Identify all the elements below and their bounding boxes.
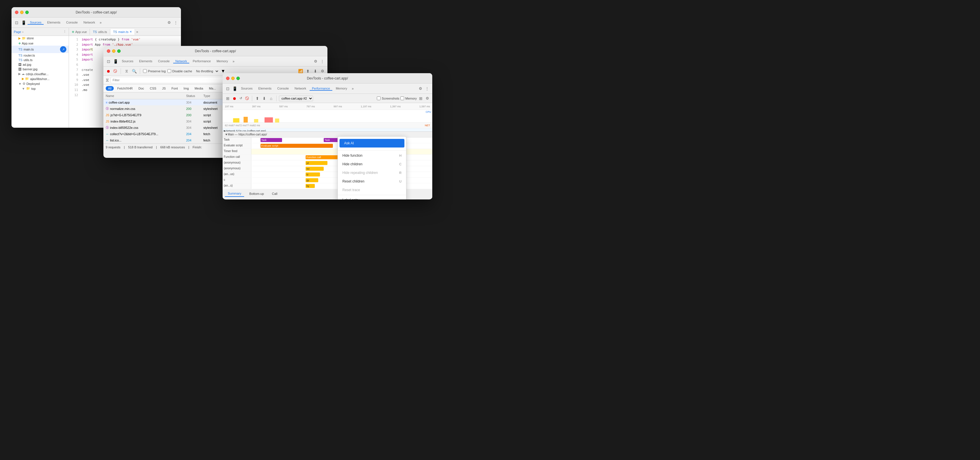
tab-console[interactable]: Console [64, 21, 80, 25]
type-media[interactable]: Media [192, 86, 205, 91]
tab-elements[interactable]: Elements [45, 21, 63, 25]
tab3-elements[interactable]: Elements [256, 87, 274, 91]
anon-block-wz[interactable]: wz [305, 167, 324, 171]
record-perf-button[interactable]: ⏺ [232, 96, 237, 101]
ctx-hide-children[interactable]: Hide children C [338, 160, 406, 168]
tab-sources[interactable]: Sources [27, 21, 44, 25]
type-doc[interactable]: Doc [136, 86, 146, 91]
type-css[interactable]: CSS [148, 86, 159, 91]
device-icon-3[interactable]: 📱 [232, 86, 237, 92]
close-button-3[interactable] [226, 77, 229, 80]
type-font[interactable]: Font [169, 86, 180, 91]
preserve-log-checkbox[interactable] [143, 69, 147, 73]
perf-settings[interactable]: ⚙ [425, 96, 430, 101]
menu-icon-3[interactable]: ⋮ [424, 86, 430, 92]
file-item-ajax[interactable]: ▶ 📁 ajax/libs/nor... [11, 76, 68, 81]
reload-record-button[interactable]: ↺ [238, 96, 243, 101]
perf-gear[interactable]: ⊞ [418, 95, 424, 101]
type-manifest[interactable]: Ma... [207, 86, 218, 91]
tab2-network[interactable]: Network [173, 59, 189, 63]
tab2-memory[interactable]: Memory [214, 59, 230, 63]
menu-icon[interactable]: ⋮ [173, 20, 179, 25]
clear-button[interactable]: 🚫 [113, 68, 118, 74]
close-button-2[interactable] [107, 49, 110, 53]
disable-cache-checkbox[interactable] [167, 69, 171, 73]
tab-summary[interactable]: Summary [225, 190, 244, 197]
file-item-maints[interactable]: TS main.ts ↗ [11, 46, 68, 53]
ctx-reset-children[interactable]: Reset children U [338, 177, 406, 186]
file-item-cdnjs[interactable]: ▶ ☁ cdnjs.cloudflar... [11, 71, 68, 76]
tab-bottomup[interactable]: Bottom-up [247, 191, 267, 197]
type-fetchxhr[interactable]: Fetch/XHR [115, 86, 135, 91]
minimize-button[interactable] [20, 11, 24, 14]
throttle-select[interactable]: No throttling [194, 68, 219, 74]
file-tree-menu[interactable]: ⋮ [63, 30, 66, 33]
task-block[interactable]: Task [261, 138, 282, 142]
open-in-new-icon[interactable]: ↗ [60, 46, 66, 52]
upload-perf-icon[interactable]: ⬆ [255, 95, 260, 101]
more-tabs-btn-2[interactable]: » [232, 59, 236, 64]
ctx-label-entry[interactable]: Label entry [338, 196, 406, 200]
maximize-button-2[interactable] [117, 49, 121, 53]
type-js[interactable]: JS [160, 86, 168, 91]
inspect-icon-3[interactable]: ⊡ [225, 86, 231, 92]
download-perf-icon[interactable]: ⬇ [261, 95, 267, 101]
tab3-sources[interactable]: Sources [239, 87, 255, 91]
preserve-log-label[interactable]: Preserve log [143, 69, 166, 73]
file-item-bannerjpg[interactable]: 🖼 banner.jpg [11, 67, 68, 71]
settings-icon[interactable]: ⚙ [167, 20, 172, 25]
tab2-performance[interactable]: Performance [191, 59, 213, 63]
home-icon[interactable]: ⌂ [268, 95, 274, 101]
tab-maints[interactable]: TSmain.ts ✕ [110, 29, 135, 35]
tab2-elements[interactable]: Elements [137, 59, 154, 63]
device-icon[interactable]: 📱 [21, 20, 26, 25]
minimize-button-3[interactable] [231, 77, 235, 80]
memory-checkbox[interactable] [400, 97, 404, 100]
tab3-performance[interactable]: Performance [310, 87, 332, 91]
file-item-appvue[interactable]: ◈ App.vue [11, 41, 68, 46]
file-item-utilsts[interactable]: TS utils.ts [11, 58, 68, 62]
inspect-icon[interactable]: ⊡ [14, 20, 19, 25]
type-img[interactable]: Img [181, 86, 191, 91]
profile-selector[interactable]: coffee-cart.app #2 [279, 95, 313, 101]
more-tabs-btn-3[interactable]: » [351, 86, 355, 91]
ctx-ask-ai[interactable]: Ask AI [339, 139, 404, 148]
search-icon[interactable]: 🔍 [131, 68, 137, 74]
screenshots-label[interactable]: Screenshots [377, 97, 399, 100]
anon-block-yz[interactable]: yz [305, 161, 328, 165]
file-item-adjpg[interactable]: 🖼 ad.jpg [11, 62, 68, 67]
record-button[interactable]: ⏺ [106, 68, 111, 74]
screenshots-checkbox[interactable] [377, 97, 380, 100]
tab2-sources[interactable]: Sources [119, 59, 135, 63]
memory-label[interactable]: Memory [400, 97, 417, 100]
maximize-button[interactable] [25, 11, 29, 14]
more-tabs-btn[interactable]: » [99, 20, 103, 25]
settings-icon-2[interactable]: ⚙ [313, 59, 318, 64]
anon-block-by[interactable]: by [305, 184, 315, 188]
tab-calltree[interactable]: Call [269, 191, 280, 197]
eval-block[interactable]: Evaluate script [261, 144, 333, 148]
tab3-network[interactable]: Network [293, 87, 309, 91]
tab3-console[interactable]: Console [275, 87, 291, 91]
clear-perf-button[interactable]: 🚫 [244, 96, 250, 101]
inspect-icon-2[interactable]: ⊡ [106, 59, 111, 64]
filter-icon[interactable]: ⧖ [124, 68, 129, 74]
file-item-routerts[interactable]: TS router.ts [11, 53, 68, 58]
tab-appvue[interactable]: ◈App.vue [69, 29, 90, 35]
type-all[interactable]: All [106, 86, 114, 91]
device-icon-2[interactable]: 📱 [113, 59, 118, 64]
ctx-hide-function[interactable]: Hide function H [338, 151, 406, 160]
minimize-button-2[interactable] [112, 49, 116, 53]
tab2-console[interactable]: Console [156, 59, 172, 63]
anon-block-gy[interactable]: gy [305, 178, 318, 182]
menu-icon-2[interactable]: ⋮ [320, 59, 325, 64]
tab-network[interactable]: Network [81, 21, 97, 25]
disable-cache-label[interactable]: Disable cache [167, 69, 192, 73]
file-item-store[interactable]: ▶ 📁 store [11, 36, 68, 41]
close-button[interactable] [15, 11, 18, 14]
more-file-tabs[interactable]: » [135, 29, 139, 35]
tab-utilsts[interactable]: TSutils.ts [90, 29, 110, 35]
anon-block-tz[interactable]: tz [305, 173, 320, 176]
panel-layout-icon[interactable]: ⊞ [225, 95, 231, 101]
file-item-top[interactable]: ▼ 📁 top [11, 86, 68, 91]
